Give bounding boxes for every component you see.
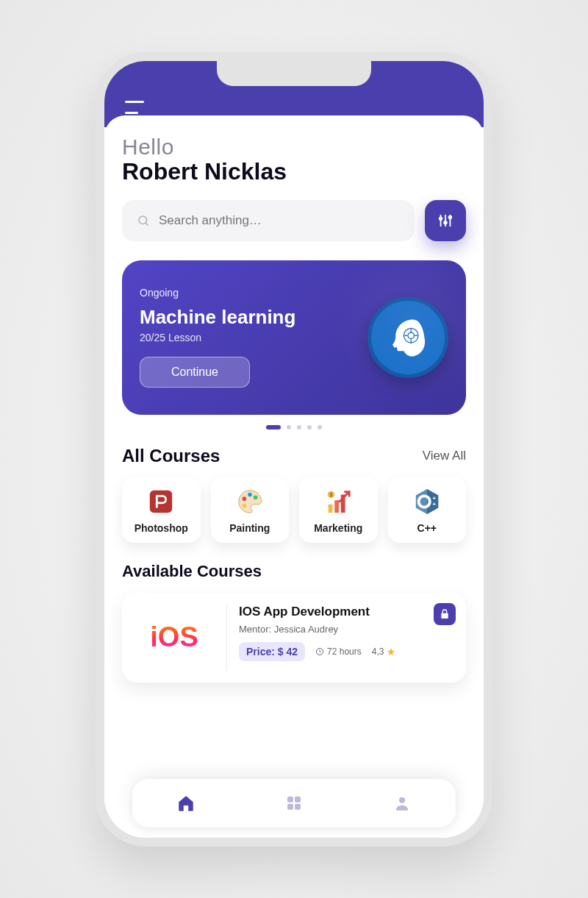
svg-point-5 (444, 221, 447, 224)
profile-icon (393, 794, 411, 812)
clock-icon (315, 647, 324, 656)
photoshop-icon (146, 487, 176, 516)
svg-rect-15 (335, 500, 340, 513)
carousel-dot[interactable] (297, 425, 301, 430)
svg-point-11 (248, 492, 252, 496)
svg-rect-24 (287, 797, 293, 802)
continue-label: Continue (171, 366, 218, 379)
svg-rect-9 (150, 490, 172, 512)
course-mentor: Mentor: Jessica Audrey (239, 624, 454, 635)
course-meta: Price: $ 42 72 hours 4,3 (239, 642, 454, 661)
course-rating: 4,3 (372, 646, 396, 657)
phone-notch (217, 61, 371, 86)
carousel-dot[interactable] (318, 425, 322, 430)
ios-logo: iOS (150, 621, 198, 653)
course-label: C++ (417, 522, 437, 534)
home-icon (176, 794, 196, 813)
user-name: Robert Nicklas (122, 158, 466, 185)
svg-point-7 (449, 215, 452, 218)
svg-point-3 (440, 217, 442, 220)
course-chip-marketing[interactable]: $ Marketing (299, 477, 378, 543)
duration-text: 72 hours (327, 646, 362, 657)
available-courses-title: Available Courses (122, 562, 466, 581)
ongoing-badge (368, 297, 448, 378)
app-screen: Hello Robert Nicklas Ongoing Machine (104, 61, 484, 838)
svg-point-8 (404, 328, 418, 343)
ongoing-course-card[interactable]: Ongoing Machine learning 20/25 Lesson Co… (122, 260, 466, 415)
course-label: Painting (229, 522, 270, 534)
nav-home[interactable] (175, 792, 197, 814)
bottom-nav (132, 779, 456, 827)
lock-badge[interactable] (434, 603, 456, 625)
course-info: IOS App Development Mentor: Jessica Audr… (226, 605, 454, 671)
greeting-label: Hello (122, 135, 466, 160)
search-input[interactable] (159, 213, 400, 228)
ongoing-progress: 20/25 Lesson (140, 332, 448, 343)
svg-point-28 (399, 797, 405, 803)
search-row (122, 200, 466, 241)
svg-point-13 (242, 503, 246, 507)
course-thumb: iOS (134, 605, 215, 671)
svg-text:$: $ (330, 492, 333, 498)
course-chip-cpp[interactable]: ++ C++ (388, 477, 467, 543)
svg-text:+: + (432, 500, 436, 507)
search-icon (137, 214, 150, 227)
filter-button[interactable] (425, 200, 466, 241)
star-icon (387, 647, 395, 656)
course-label: Marketing (314, 522, 362, 534)
menu-icon[interactable] (125, 101, 144, 114)
course-price: Price: $ 42 (239, 642, 305, 661)
view-all-link[interactable]: View All (423, 449, 466, 463)
ai-head-icon (382, 312, 434, 363)
svg-point-0 (139, 216, 147, 224)
svg-rect-27 (295, 804, 301, 810)
lock-icon (439, 608, 451, 620)
all-courses-title: All Courses (122, 446, 220, 466)
content-area: Hello Robert Nicklas Ongoing Machine (104, 115, 484, 838)
svg-point-10 (242, 496, 246, 501)
nav-grid[interactable] (283, 792, 305, 814)
cpp-icon: ++ (412, 487, 442, 516)
carousel-dot[interactable] (307, 425, 312, 430)
svg-line-1 (146, 223, 148, 225)
svg-rect-14 (329, 504, 333, 512)
carousel-dots (122, 425, 466, 430)
course-name: IOS App Development (239, 605, 454, 619)
ongoing-title: Machine learning (140, 306, 448, 329)
available-course-card[interactable]: iOS IOS App Development Mentor: Jessica … (122, 593, 466, 683)
svg-rect-25 (295, 797, 301, 802)
ongoing-label: Ongoing (140, 287, 448, 299)
phone-frame: Hello Robert Nicklas Ongoing Machine (96, 52, 492, 847)
all-courses-row: Photoshop Painting $ Marketing ++ (122, 477, 466, 543)
palette-icon (235, 487, 265, 516)
course-chip-painting[interactable]: Painting (211, 477, 290, 543)
grid-icon (285, 794, 303, 812)
course-label: Photoshop (135, 522, 188, 534)
svg-rect-26 (287, 804, 293, 810)
search-bar[interactable] (122, 200, 415, 241)
carousel-dot[interactable] (287, 425, 291, 430)
sliders-icon (437, 213, 453, 229)
course-chip-photoshop[interactable]: Photoshop (122, 477, 201, 543)
svg-point-12 (254, 495, 258, 499)
rating-text: 4,3 (372, 646, 384, 657)
nav-profile[interactable] (391, 792, 413, 814)
carousel-dot[interactable] (266, 425, 281, 430)
chart-up-icon: $ (323, 487, 353, 516)
all-courses-header: All Courses View All (122, 446, 466, 466)
continue-button[interactable]: Continue (140, 357, 250, 388)
course-duration: 72 hours (315, 646, 362, 657)
